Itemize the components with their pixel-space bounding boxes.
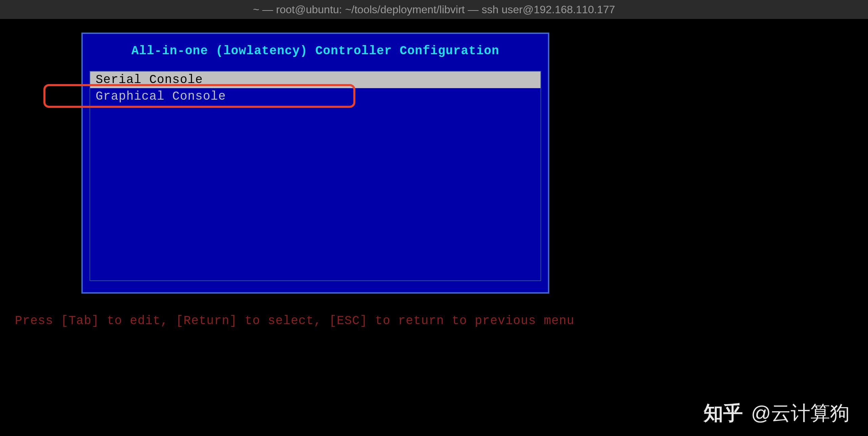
menu-item-label: Serial Console [96,73,203,87]
watermark-author: @云计算狗 [751,400,850,427]
watermark-logo: 知乎 [704,400,743,427]
titlebar-text: ~ — root@ubuntu: ~/tools/deployment/libv… [253,3,615,16]
keyboard-hint: Press [Tab] to edit, [Return] to select,… [15,314,574,328]
menu-inner: Serial Console Graphical Console [90,71,541,281]
menu-item-label: Graphical Console [96,90,226,103]
window-titlebar: ~ — root@ubuntu: ~/tools/deployment/libv… [0,0,868,19]
menu-title: All-in-one (lowlatency) Controller Confi… [83,34,548,71]
menu-item-serial-console[interactable]: Serial Console [90,72,540,88]
config-menu-box: All-in-one (lowlatency) Controller Confi… [81,33,549,294]
watermark: 知乎 @云计算狗 [704,400,850,427]
menu-item-graphical-console[interactable]: Graphical Console [90,88,540,105]
terminal-area: All-in-one (lowlatency) Controller Confi… [0,19,868,436]
